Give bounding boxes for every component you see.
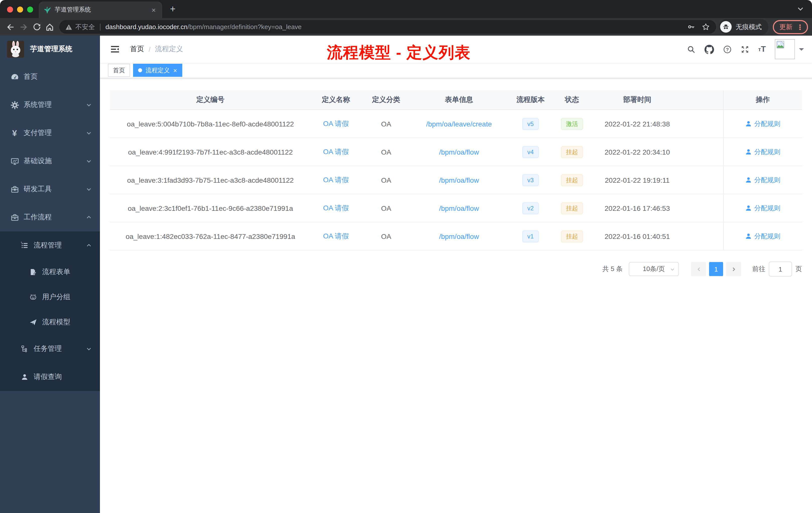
sidebar-item-label: 流程模型 [42,318,92,327]
assign-rule-button[interactable]: 分配规则 [745,119,780,128]
definition-category: OA [361,138,411,165]
back-icon[interactable] [4,20,17,33]
dashboard-icon [10,72,19,81]
sidebar-item-label: 基础设施 [24,157,86,165]
goto-page-input[interactable] [769,262,792,277]
form-link[interactable]: /bpm/oa/leave/create [426,120,492,128]
tag-home[interactable]: 首页 [108,64,130,77]
browser-toolbar: 不安全 dashboard.yudao.iocoder.cn /bpm/mana… [0,18,812,36]
sidebar-item-process-model[interactable]: 流程模型 [0,310,100,335]
update-button[interactable]: 更新 ⋮ [773,20,808,34]
key-icon[interactable] [687,23,696,31]
definition-name-link[interactable]: OA 请假 [323,232,349,241]
assign-rule-button[interactable]: 分配规则 [745,232,780,241]
sidebar-item-label: 系统管理 [24,100,86,110]
sidebar-item-label: 流程表单 [42,268,92,277]
definition-name-link[interactable]: OA 请假 [323,147,349,156]
sidebar-item-devtools[interactable]: 研发工具 [0,175,100,203]
new-tab-button[interactable]: + [166,3,179,16]
browser-tab[interactable]: 芋道管理系统 × [39,1,162,18]
user-icon [745,177,752,183]
definition-name-link[interactable]: OA 请假 [323,204,349,213]
form-link[interactable]: /bpm/oa/flow [439,176,479,184]
tag-close-icon[interactable]: × [173,67,177,73]
deploy-time: 2022-01-16 01:40:51 [589,222,685,250]
definition-id: oa_leave:3:1fad3d93-7b75-11ec-a3c8-acde4… [110,166,311,194]
chevron-left-icon [696,266,701,272]
next-page-button[interactable] [726,262,741,276]
chevron-right-icon [731,266,736,272]
minimize-window-button[interactable] [17,6,23,12]
sidebar-item-payment[interactable]: ¥ 支付管理 [0,119,100,147]
chevron-up-icon [86,242,92,248]
toolbox-icon [10,185,19,193]
security-label[interactable]: 不安全 [75,22,95,31]
tag-process-definition[interactable]: 流程定义 × [133,64,182,77]
incognito-icon [720,21,732,33]
chevron-down-icon [86,130,92,136]
col-header-status: 状态 [554,90,589,110]
page-number-1[interactable]: 1 [709,262,723,276]
version-badge: v2 [522,202,539,214]
question-icon[interactable]: ? [723,45,732,54]
navbar: 首页 / 流程定义 ? т [100,36,812,63]
sidebar-item-system[interactable]: 系统管理 [0,91,100,119]
zoom-window-button[interactable] [27,6,33,12]
update-label: 更新 [779,22,792,31]
sidebar-item-infrastructure[interactable]: 基础设施 [0,147,100,175]
assign-rule-button[interactable]: 分配规则 [745,147,780,156]
breadcrumb-home[interactable]: 首页 [130,45,144,54]
form-link[interactable]: /bpm/oa/flow [439,204,479,212]
deploy-time: 2022-01-22 20:34:10 [589,138,685,165]
form-link[interactable]: /bpm/oa/flow [439,148,479,156]
gear-icon [10,101,19,109]
rabbit-avatar [7,41,24,58]
form-icon [29,268,38,276]
home-icon[interactable] [43,20,56,33]
github-icon[interactable] [704,44,714,54]
version-badge: v1 [522,230,539,242]
col-header-id: 定义编号 [110,90,311,110]
font-size-icon[interactable]: тT [758,45,766,54]
sidebar-logo: 芋道管理系统 [0,36,100,63]
form-link[interactable]: /bpm/oa/flow [439,232,479,240]
app-title: 芋道管理系统 [30,45,72,54]
reload-icon[interactable] [30,20,43,33]
browser-menu-kebab-icon[interactable]: ⋮ [796,23,804,31]
definition-id: oa_leave:1:482ec033-762a-11ec-8477-a2380… [110,222,311,250]
tag-label: 首页 [113,66,125,74]
sidebar-item-label: 研发工具 [24,185,86,194]
search-icon[interactable] [687,45,696,54]
prev-page-button[interactable] [691,262,706,276]
assign-rule-button[interactable]: 分配规则 [745,175,780,184]
address-bar[interactable]: 不安全 dashboard.yudao.iocoder.cn /bpm/mana… [59,20,716,34]
close-window-button[interactable] [7,6,13,12]
definition-name-link[interactable]: OA 请假 [323,175,349,184]
user-icon [745,120,752,127]
chevron-down-icon [86,102,92,108]
sidebar-item-process-form[interactable]: 流程表单 [0,260,100,284]
yuan-icon: ¥ [10,129,19,137]
sidebar-item-task-management[interactable]: 任务管理 [0,335,100,363]
table-row: oa_leave:1:482ec033-762a-11ec-8477-a2380… [110,222,802,250]
tab-search-chevron-icon[interactable] [797,5,804,12]
chevron-down-icon [86,186,92,192]
sidebar-item-user-group[interactable]: 用户分组 [0,284,100,310]
sidebar-item-leave-query[interactable]: 请假查询 [0,363,100,391]
sidebar-item-home[interactable]: 首页 [0,63,100,91]
col-header-version: 流程版本 [507,90,554,110]
sidebar-item-process-management[interactable]: 流程管理 [0,232,100,260]
fullscreen-icon[interactable] [741,45,749,54]
page-size-select[interactable]: 10条/页 [629,262,679,276]
avatar[interactable] [775,39,795,59]
forward-icon[interactable] [17,20,30,33]
sidebar-item-workflow[interactable]: 工作流程 [0,203,100,232]
definition-id: oa_leave:2:3c1f0ef1-76b1-11ec-9c66-a2380… [110,194,311,222]
assign-rule-button[interactable]: 分配规则 [745,204,780,213]
sidebar-fold-icon[interactable] [108,44,122,54]
star-icon[interactable] [701,23,710,31]
tab-close-icon[interactable]: × [150,6,157,14]
browser-tab-strip: 芋道管理系统 × + [0,0,812,18]
caret-down-icon[interactable] [799,48,804,53]
definition-name-link[interactable]: OA 请假 [323,119,349,128]
